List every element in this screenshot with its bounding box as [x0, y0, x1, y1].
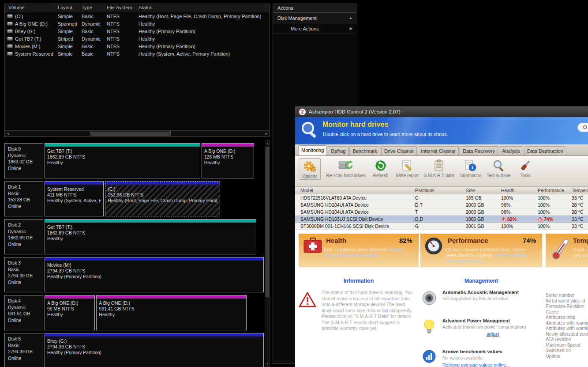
disk-label[interactable]: Disk 5 Basic 2794.39 GB Online: [4, 333, 43, 367]
rescan-drives-button[interactable]: Re-scan hard drives: [326, 158, 365, 178]
volume-status: Healthy (Primary Partition): [135, 44, 266, 49]
partition-c-selected[interactable]: (C:) 152.98 GB NTFS Healthy (Boot, Page …: [105, 181, 220, 216]
tab-defrag[interactable]: Defrag: [328, 146, 348, 155]
hdd-title-bar[interactable]: 2 Ashampoo HDD Control 2 (Version 2.07): [295, 106, 588, 117]
scroll-up-icon[interactable]: ▲: [266, 142, 269, 145]
volume-row[interactable]: Movies (M:) Simple Basic NTFS Healthy (P…: [5, 42, 270, 50]
partition-label: A Big ONE (D:): [204, 148, 251, 154]
drive-row[interactable]: SAMSUNG HD204UI ATA Device T 2000 GB 96%…: [295, 208, 588, 216]
volume-fs: NTFS: [103, 36, 135, 42]
disk-size: 1862.89 GB: [8, 235, 40, 241]
partition-bitey[interactable]: Bitey (G:) 2794.39 GB NTFS Healthy (Prim…: [45, 333, 264, 367]
scroll-right-icon[interactable]: ▶: [266, 132, 268, 136]
information-button[interactable]: i Information: [459, 158, 481, 178]
volume-row[interactable]: Got TB? (T:) Striped Dynamic NTFS Health…: [5, 35, 270, 42]
column-header-temperature[interactable]: Temperature: [572, 187, 588, 194]
column-header-health[interactable]: Health: [501, 187, 538, 194]
volume-row[interactable]: Bitey (G:) Simple Basic NTFS Healthy (Pr…: [5, 27, 270, 35]
scroll-down-icon[interactable]: ▼: [266, 362, 269, 366]
column-header-type[interactable]: Type: [78, 4, 103, 12]
actions-item-disk-management[interactable]: Disk Management ▲: [273, 13, 357, 23]
partition-movies[interactable]: Movies (M:) 2794.39 GB NTFS Healthy (Pri…: [45, 257, 264, 292]
smart-data-button[interactable]: S.M.A.R.T data: [424, 158, 454, 178]
rescan-drives-icon: [338, 158, 353, 173]
tab-benchmark[interactable]: Benchmark: [349, 146, 380, 155]
disk-state: Online: [8, 241, 40, 248]
disk-label[interactable]: Disk 2 Dynamic 1862.89 GB Online: [4, 219, 43, 254]
drive-row[interactable]: ST3000DM 001-1CH166 SCSI Disk Device G 3…: [295, 223, 588, 230]
scrollbar-thumb[interactable]: [266, 147, 269, 297]
column-header-layout[interactable]: Layout: [54, 4, 78, 12]
hdd-tab-strip: Monitoring Defrag Benchmark Drive Cleane…: [295, 144, 588, 156]
partition-size: 126 MB NTFS: [204, 154, 251, 160]
drive-row[interactable]: HDS722516VLAT80 ATA Device C 165 GB 100%…: [295, 194, 588, 201]
tab-analysis[interactable]: Analysis: [499, 146, 523, 155]
disk-label[interactable]: Disk 1 Basic 153.38 GB Online: [4, 181, 43, 216]
drive-row[interactable]: SAMSUNG HD204UI ATA Device D,T 2000 GB 9…: [295, 201, 588, 208]
refresh-button[interactable]: Refresh: [371, 158, 390, 178]
tab-drive-cleaner[interactable]: Drive Cleaner: [381, 146, 417, 155]
column-header-performance[interactable]: Performance: [538, 187, 572, 194]
performance-panel-status: Critical – severe problems exist. Those …: [446, 247, 533, 264]
drive-row-selected[interactable]: SAMSUNG HD103UJ SCSI Disk Device D,D 100…: [295, 216, 588, 223]
scroll-left-icon[interactable]: ◀: [7, 132, 9, 136]
drive-model: SAMSUNG HD103UJ SCSI Disk Device: [295, 216, 415, 222]
horizontal-scrollbar[interactable]: ◀ ▶: [5, 130, 270, 136]
column-header-file-system[interactable]: File System: [103, 4, 135, 12]
disk-size: 2794.39 GB: [8, 348, 40, 355]
detail-label: Firmware-Revision: [546, 303, 588, 309]
drive-icon: [7, 29, 13, 33]
partition-color-stripe: [97, 295, 246, 299]
tab-monitoring[interactable]: Monitoring: [298, 145, 327, 155]
tab-data-destruction[interactable]: Data Destruction: [524, 146, 566, 155]
partition-a-big-one[interactable]: A Big ONE (D:) 126 MB NTFS Healthy: [202, 143, 254, 178]
volume-layout: Simple: [54, 51, 78, 57]
scrollbar-thumb[interactable]: [90, 132, 171, 136]
partition-system-reserved[interactable]: System Reserved 411 MB NTFS Healthy (Sys…: [45, 181, 104, 216]
partition-got-tb[interactable]: Got TB? (T:) 1862.89 GB NTFS Healthy: [45, 219, 256, 254]
vertical-scrollbar[interactable]: ▲ ▼: [265, 140, 270, 367]
partition-label: A Big ONE (D:): [47, 300, 92, 306]
partition-a-big-one[interactable]: A Big ONE (D:) 931.41 GB NTFS Healthy: [96, 295, 246, 330]
tools-button[interactable]: Tools: [516, 158, 535, 178]
column-header-status[interactable]: Status: [135, 4, 266, 12]
options-button[interactable]: Options: [299, 158, 321, 180]
volume-row[interactable]: (C:) Simple Basic NTFS Healthy (Boot, Pa…: [5, 12, 270, 20]
column-header-partitions[interactable]: Partitions: [415, 187, 466, 194]
column-header-model[interactable]: Model: [295, 187, 415, 194]
column-header-capacity[interactable]: Capacity: [266, 4, 270, 12]
partition-size: 99 MB NTFS: [47, 306, 92, 312]
write-report-button[interactable]: Write report: [396, 158, 419, 178]
chevron-right-icon[interactable]: ▶: [350, 26, 352, 30]
column-header-size[interactable]: Size: [466, 187, 501, 194]
column-header-volume[interactable]: Volume: [5, 4, 54, 12]
retrieve-values-link[interactable]: Retrieve average values online...: [442, 362, 510, 367]
volume-row[interactable]: A Big ONE (D:) Spanned Dynamic NTFS Heal…: [5, 20, 270, 27]
chevron-up-icon[interactable]: ▲: [349, 16, 352, 20]
information-heading[interactable]: Information: [299, 278, 419, 284]
banner-corner-button[interactable]: O: [577, 123, 588, 132]
disk-row-0: Disk 0 Dynamic 1863.02 GB Online Got TB?…: [4, 143, 264, 178]
adjust-link[interactable]: adjust: [487, 331, 499, 337]
tab-internet-cleaner[interactable]: Internet Cleaner: [418, 146, 459, 155]
partition-a-big-one[interactable]: A Big ONE (D:) 99 MB NTFS Healthy: [45, 295, 95, 330]
drive-partitions: G: [415, 223, 466, 229]
temperature-panel-title: Temperature: [573, 237, 588, 244]
volume-status: Healthy: [135, 36, 266, 42]
disk-label[interactable]: Disk 4 Dynamic 931.51 GB Online: [4, 295, 43, 330]
volume-fs: NTFS: [103, 14, 135, 19]
health-panel-value: 82%: [399, 237, 412, 244]
performance-panel-title: Performance: [448, 237, 488, 244]
partition-size: 2794.39 GB NTFS: [47, 344, 261, 350]
test-surface-button[interactable]: Test surface: [487, 158, 510, 178]
volume-name: (C:): [15, 14, 23, 19]
magnifier-small-icon: [492, 158, 505, 173]
disk-label[interactable]: Disk 0 Dynamic 1863.02 GB Online: [4, 143, 43, 178]
partition-size: 152.98 GB NTFS: [108, 192, 217, 198]
management-heading[interactable]: Management: [420, 278, 542, 284]
partition-got-tb[interactable]: Got TB? (T:) 1862.89 GB NTFS Healthy: [45, 143, 200, 178]
tab-data-recovery[interactable]: Data Recovery: [460, 146, 498, 155]
actions-item-more-actions[interactable]: More Actions ▶: [273, 23, 357, 34]
disk-label[interactable]: Disk 3 Basic 2794.39 GB Online: [4, 257, 43, 292]
volume-row[interactable]: System Reserved Simple Basic NTFS Health…: [5, 50, 270, 57]
